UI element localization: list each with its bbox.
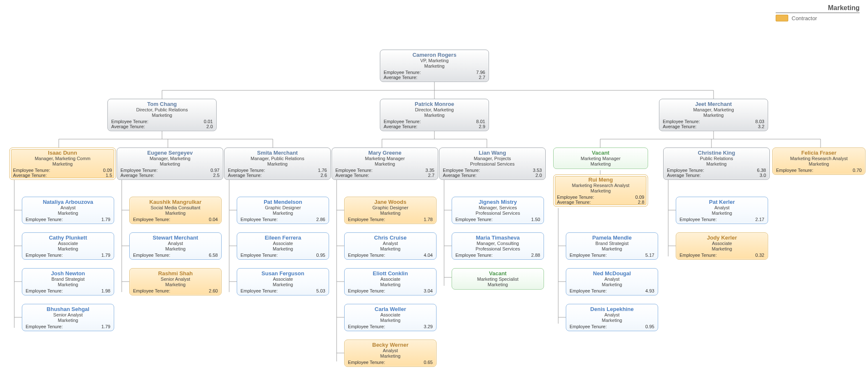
node-felicia-fraser[interactable]: Felicia Fraser Marketing Research Analys… [772,148,865,175]
node-jane-woods[interactable]: Jane Woods Graphic Designer Marketing Em… [344,197,437,224]
node-becky-werner[interactable]: Becky Werner Analyst Marketing Employee … [344,340,437,367]
legend-title: Marketing [776,4,860,13]
node-christine-king[interactable]: Christine King Public Relations Marketin… [663,148,770,180]
node-lian-wang[interactable]: Lian Wang Manager, Projects Professional… [439,148,546,180]
node-smita-merchant[interactable]: Smita Merchant Manager, Public Relations… [224,148,331,180]
contractor-label: Contractor [792,15,817,21]
node-kaushik-mangrulkar[interactable]: Kaushik Mangrulkar Social Media Consulta… [129,197,222,224]
node-isaac-dunn[interactable]: Isaac Dunn Manager, Marketing Comm Marke… [9,148,116,180]
node-nataliya-arbouzova[interactable]: Nataliya Arbouzova Analyst Marketing Emp… [22,197,114,224]
node-stewart-merchant[interactable]: Stewart Merchant Analyst Marketing Emplo… [129,232,222,260]
node-vacant-marketing-manager[interactable]: Vacant Marketing Manager Marketing [553,148,648,169]
person-dept: Marketing [384,63,485,69]
node-pat-mendelson[interactable]: Pat Mendelson Graphic Designer Marketing… [237,197,329,224]
node-jignesh-mistry[interactable]: Jignesh Mistry Manager, Services Profess… [452,197,544,224]
node-eileen-ferrera[interactable]: Eileen Ferrera Associate Marketing Emplo… [237,232,329,260]
person-name: Cameron Rogers [384,52,485,58]
node-rui-meng[interactable]: Rui Meng Marketing Research Analyst Mark… [553,174,648,207]
node-rashmi-shah[interactable]: Rashmi Shah Senior Analyst Marketing Emp… [129,268,222,295]
node-cameron-rogers[interactable]: Cameron Rogers VP, Marketing Marketing E… [380,50,489,82]
legend: Marketing Contractor [776,4,860,21]
node-carla-weller[interactable]: Carla Weller Associate Marketing Employe… [344,304,437,331]
node-pat-kerler[interactable]: Pat Kerler Analyst Marketing Employee Te… [676,197,768,224]
node-vacant-marketing-specialist[interactable]: Vacant Marketing Specialist Marketing [452,268,544,290]
node-eliott-conklin[interactable]: Eliott Conklin Associate Marketing Emplo… [344,268,437,295]
node-denis-lepekhine[interactable]: Denis Lepekhine Analyst Marketing Employ… [566,304,658,331]
node-josh-newton[interactable]: Josh Newton Brand Strategist Marketing E… [22,268,114,295]
node-pamela-mendle[interactable]: Pamela Mendle Brand Strategist Marketing… [566,232,658,260]
node-jody-kerler[interactable]: Jody Kerler Associate Marketing Employee… [676,232,768,260]
node-chris-cruise[interactable]: Chris Cruise Analyst Marketing Employee … [344,232,437,260]
node-bhushan-sehgal[interactable]: Bhushan Sehgal Senior Analyst Marketing … [22,304,114,331]
node-ned-mcdougal[interactable]: Ned McDougal Analyst Marketing Employee … [566,268,658,295]
contractor-swatch [776,15,788,21]
node-mary-greene[interactable]: Mary Greene Marketing Manager Marketing … [332,148,438,180]
person-title: VP, Marketing [384,58,485,63]
legend-row-contractor: Contractor [776,15,860,21]
node-maria-timasheva[interactable]: Maria Timasheva Manager, Consulting Prof… [452,232,544,260]
node-tom-chang[interactable]: Tom Chang Director, Public Relations Mar… [107,99,217,131]
node-jeet-merchant[interactable]: Jeet Merchant Manager, Marketing Marketi… [659,99,768,131]
node-eugene-sergeyev[interactable]: Eugene Sergeyev Manager, Marketing Marke… [117,148,223,180]
node-cathy-plunkett[interactable]: Cathy Plunkett Associate Marketing Emplo… [22,232,114,260]
node-patrick-monroe[interactable]: Patrick Monroe Director, Marketing Marke… [380,99,489,131]
node-susan-ferguson[interactable]: Susan Ferguson Associate Marketing Emplo… [237,268,329,295]
